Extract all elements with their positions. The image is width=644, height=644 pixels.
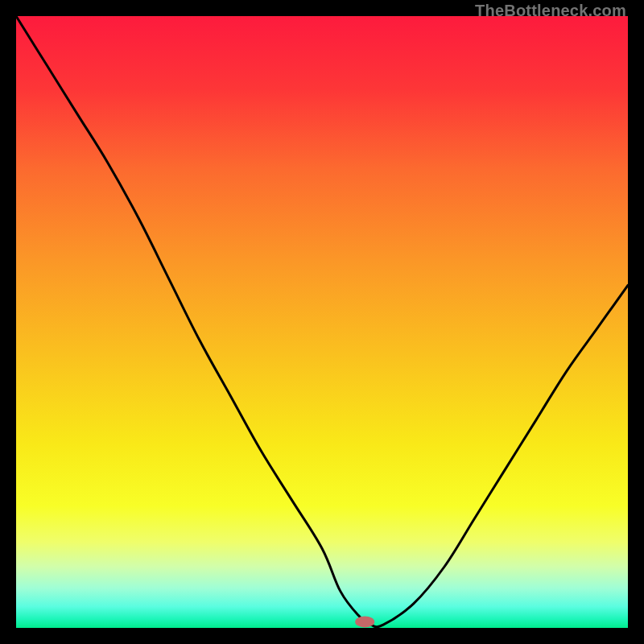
- chart-frame: TheBottleneck.com: [0, 0, 644, 644]
- chart-svg: [16, 16, 628, 628]
- optimal-marker: [355, 616, 374, 627]
- plot-area: [16, 16, 628, 628]
- watermark-text: TheBottleneck.com: [475, 2, 626, 20]
- gradient-background: [16, 16, 628, 628]
